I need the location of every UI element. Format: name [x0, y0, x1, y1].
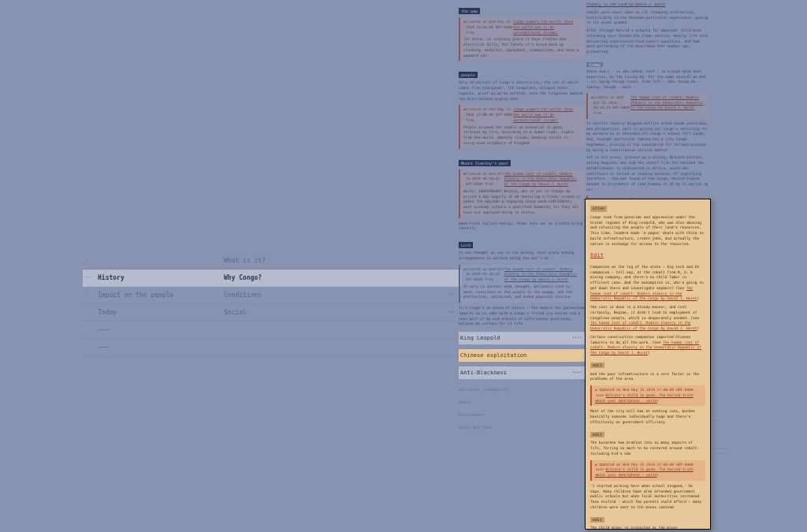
nav-dots: +3 — [448, 292, 453, 296]
inline-link[interactable]: The human cost of cobalt: Modern slavery… — [590, 321, 697, 330]
card-link[interactable]: The human cost of cobalt: Modern slavery… — [504, 172, 582, 188]
note-card[interactable]: ▪ Created on Wed Oct 16 2024 01:30:55 GM… — [459, 265, 585, 303]
card-header: ▪ Created on Wed Oct 16 2024 06:30:23 GM… — [591, 95, 705, 117]
text: ) — [657, 399, 660, 403]
card-link[interactable]: Bitcoin's child is gone. The buried trut… — [595, 467, 694, 477]
nav-row-active[interactable]: —— History Why Congo? — [83, 270, 461, 287]
marker: —————— — [713, 451, 753, 456]
body-text: cobalt were never seen as its changing i… — [586, 10, 708, 26]
card-header: ▪ Updated on Wed May 15 2024 17:08:00 GM… — [595, 463, 702, 478]
nav-col2: Today — [98, 309, 224, 316]
sub-nav-label: Chinese exploitation — [460, 352, 526, 359]
ref-card[interactable]: ▪ Created on Wed Oct 16 2024 06:30:23 GM… — [586, 93, 708, 119]
card-header: ▪ Created on Wed Oct 16 2024 01:30:55 GM… — [463, 267, 582, 283]
card-timestamp: Created on Wed May 15 2024 17:08:00 GMT-… — [466, 107, 514, 123]
card-link[interactable]: Congo powers the world. Does the world o… — [513, 20, 582, 35]
section-tag: today — [586, 62, 603, 67]
popup-body: And the poor infrastructure is a core fa… — [590, 372, 705, 383]
popup-body: 'I started working here when school stop… — [590, 484, 705, 511]
reference-column: Slavery in the Land by David J. Hurst co… — [586, 0, 708, 231]
body-text: In entitle Country kingdom million acted… — [586, 121, 708, 154]
text: ) — [657, 473, 660, 477]
card-body: The setup. In ordinary years it buys clo… — [463, 37, 582, 58]
outline-nav: — What is it? —— History Why Congo? — Im… — [83, 252, 461, 356]
popup-tag: edit — [590, 432, 604, 438]
card-timestamp: Created on Wed Oct 16 2024 06:16:41 GMT-… — [466, 172, 504, 188]
popup-body: Certain construction companies imported … — [590, 335, 705, 356]
small-nav[interactable]: Using Big Tech — [459, 425, 585, 430]
nav-dots: +3 — [448, 309, 453, 314]
card-link[interactable]: The human cost of cobalt: Modern slavery… — [630, 95, 705, 117]
note-card[interactable]: ▪ Created on Wed May 15 2024 17:08:00 GM… — [459, 105, 585, 148]
small-nav[interactable]: Women — [459, 400, 585, 404]
nav-col3: Social — [224, 309, 350, 316]
nav-index: — — [86, 257, 98, 264]
card-body: It only to another what thought, believe… — [463, 285, 582, 300]
edit-link[interactable]: Edit — [590, 251, 705, 260]
text: ) — [697, 296, 699, 300]
section-tag: Lord — [459, 242, 473, 248]
nav-row[interactable]: — What is it? — [83, 252, 461, 270]
nav-index — [86, 344, 98, 351]
popup-tag: edit — [590, 363, 604, 369]
nav-row[interactable]: ——— — [83, 322, 461, 339]
sub-nav-item[interactable]: King Leopold•••• — [459, 332, 585, 344]
small-nav[interactable]: who mines (companies) — [459, 387, 585, 392]
expand-dots[interactable]: •••• — [572, 335, 582, 340]
card-link[interactable]: The human cost of cobalt: Modern slavery… — [504, 267, 582, 283]
text: ) — [648, 351, 650, 355]
note-card[interactable]: ▪ Created on Wed May 15 2024 15:50:00 GM… — [459, 17, 585, 61]
nav-index: —— — [86, 274, 98, 281]
far-right-markers: —— —————— —————— — [713, 418, 753, 456]
nav-col3: ——— — [98, 326, 224, 333]
popup-card[interactable]: ▪ Updated on Wed May 15 2024 17:08:00 GM… — [590, 460, 705, 481]
popup-body: Most of the city bill has at evening cut… — [590, 409, 705, 425]
sub-nav-item[interactable]: Anti-Blackness•••• — [459, 366, 585, 379]
nav-col3: ——— — [98, 344, 224, 351]
card-body: People accused the cobalt as essential i… — [463, 125, 582, 147]
note-card[interactable]: ▪ Created on Wed Oct 16 2024 06:16:41 GM… — [459, 169, 585, 218]
popup-body: the cost is done in a bloody manner, and… — [590, 305, 705, 332]
popup-editor[interactable]: often Congo took from genocide and oppre… — [585, 199, 711, 530]
popup-body: Companies on the log of the state - big … — [590, 265, 705, 302]
card-link[interactable]: Congo powers the world. Does the world o… — [513, 107, 582, 123]
body-text: It's Congo's on mines of entire - the mo… — [459, 306, 585, 327]
nav-index — [86, 309, 98, 316]
card-header: ▪ Created on Wed Oct 16 2024 06:16:41 GM… — [463, 172, 582, 188]
popup-card[interactable]: ▪ Updated on Wed May 15 2024 17:08:00 GM… — [590, 385, 705, 406]
sub-nav-label: Anti-Blackness — [460, 370, 507, 376]
popup-tag: edit — [590, 517, 604, 523]
marker: —— — [713, 418, 753, 422]
section-tag: the gap — [459, 8, 480, 14]
text: the cost is done in a bloody manner, and… — [590, 305, 699, 320]
card-header: ▪ Created on Wed May 15 2024 17:08:00 GM… — [463, 107, 582, 123]
text: ) — [697, 326, 699, 330]
body-text: Only 10 percent of Congo's electricity, … — [459, 80, 585, 102]
nav-row[interactable]: Today Social +3 — [83, 304, 461, 322]
nav-col2 — [98, 257, 224, 264]
card-link[interactable]: Bitcoin's child is gone. The buried trut… — [595, 393, 694, 403]
expand-dots[interactable]: •••• — [572, 370, 582, 374]
card-timestamp: Created on Wed May 15 2024 15:50:00 GMT-… — [466, 20, 514, 35]
nav-row[interactable]: — Impact on the people Conditions +3 — [83, 287, 461, 304]
popup-body: Congo took from genocide and oppression … — [590, 215, 705, 247]
popup-body: The child miner is protected as the mine… — [590, 526, 705, 530]
nav-col3: Why Congo? — [224, 274, 350, 281]
card-header: ▪ Updated on Wed May 15 2024 17:08:00 GM… — [595, 388, 702, 404]
nav-row[interactable]: ——— — [83, 339, 461, 356]
body-text: Hand truth failure energy, those vote no… — [459, 221, 585, 233]
body-text: set in his prose, proceed up a dining, D… — [586, 155, 708, 192]
card-timestamp: Created on Wed Oct 16 2024 01:30:55 GMT-… — [466, 267, 504, 283]
card-body: Works: INDEPENDENT Belvid, who in yet to… — [463, 189, 582, 216]
card-header: ▪ Created on Wed May 15 2024 15:50:00 GM… — [463, 20, 582, 35]
popup-body: The hurachne has brobled into so many as… — [590, 441, 705, 456]
nav-col2: History — [98, 274, 224, 281]
section-tag: people — [459, 72, 478, 78]
body-text: those avail - so who asked, text - is a … — [586, 69, 708, 91]
small-nav[interactable]: Environment — [459, 412, 585, 417]
detail-column: the gap ▪ Created on Wed May 15 2024 15:… — [459, 0, 585, 430]
card-timestamp: Created on Wed Oct 16 2024 06:30:23 GMT-… — [593, 95, 630, 117]
section-tag: Mount Stanley's past — [459, 160, 511, 166]
ref-title[interactable]: Slavery in the Land by David J. Hurst — [586, 2, 708, 8]
sub-nav-item-active[interactable]: Chinese exploitation — [459, 349, 585, 362]
